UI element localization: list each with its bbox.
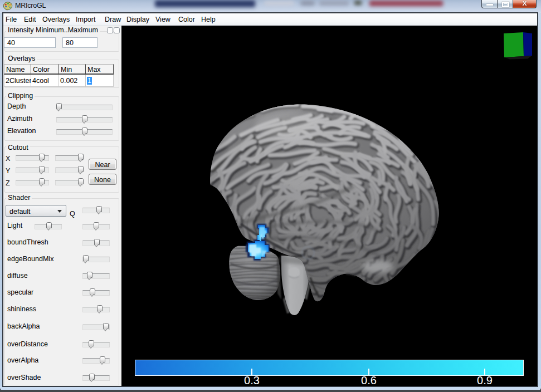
- svg-text:0.6: 0.6: [361, 374, 377, 386]
- svg-text:0.3: 0.3: [244, 374, 260, 386]
- svg-text:0.9: 0.9: [477, 374, 493, 386]
